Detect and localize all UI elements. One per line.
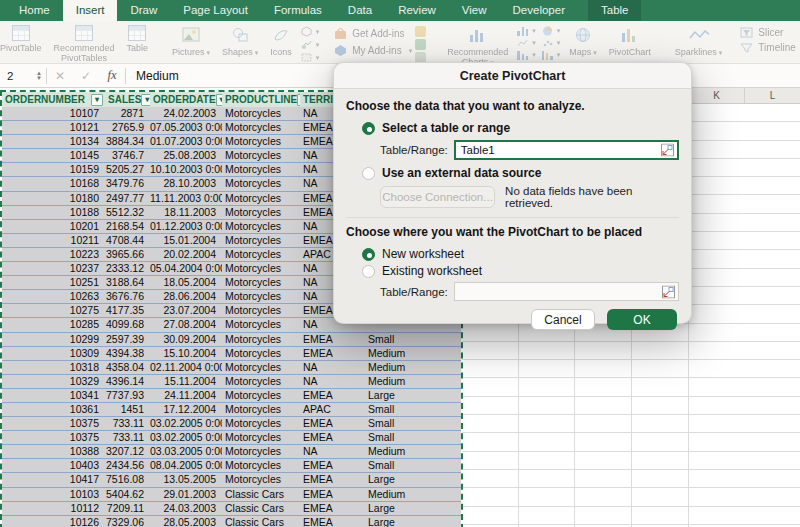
table-cell[interactable]: EMEA xyxy=(300,459,365,472)
smartart-button[interactable]: ▾ xyxy=(301,39,320,50)
tab-table-contextual[interactable]: Table xyxy=(588,0,642,21)
icons-button[interactable]: Icons xyxy=(264,24,298,58)
table-cell[interactable]: 10159 xyxy=(2,163,105,176)
table-cell[interactable]: 08.04.2005 0:00 xyxy=(150,459,222,472)
table-cell[interactable]: EMEA xyxy=(300,389,365,402)
tab-developer[interactable]: Developer xyxy=(500,0,578,21)
table-cell[interactable]: Small xyxy=(365,431,461,444)
recommended-pivottables-button[interactable]: Recommended PivotTables xyxy=(48,24,121,64)
table-cell[interactable]: 3746.7 xyxy=(105,149,150,162)
table-cell[interactable]: 18.11.2003 xyxy=(150,206,222,219)
formula-input[interactable]: Medium xyxy=(136,69,179,83)
destination-range-input[interactable] xyxy=(454,282,679,301)
table-cell[interactable]: 13.05.2005 xyxy=(150,473,222,486)
table-cell[interactable]: 4177.35 xyxy=(105,304,150,317)
table-cell[interactable]: Motorcycles xyxy=(222,121,300,134)
radio-existing-worksheet[interactable]: Existing worksheet xyxy=(346,264,679,278)
range-selector-icon[interactable] xyxy=(662,285,675,298)
table-cell[interactable]: Motorcycles xyxy=(222,473,300,486)
table-cell[interactable]: 10112 xyxy=(2,502,105,515)
tab-review[interactable]: Review xyxy=(385,0,449,21)
table-cell[interactable]: Motorcycles xyxy=(222,192,300,205)
table-cell[interactable]: 2765.9 xyxy=(105,121,150,134)
table-cell[interactable]: Motorcycles xyxy=(222,177,300,190)
table-cell[interactable]: 2168.54 xyxy=(105,220,150,233)
table-cell[interactable]: EMEA xyxy=(300,417,365,430)
table-cell[interactable]: Medium xyxy=(365,445,461,458)
table-cell[interactable]: 3188.64 xyxy=(105,276,150,289)
table-cell[interactable]: 7516.08 xyxy=(105,473,150,486)
confirm-entry-icon[interactable]: ✓ xyxy=(73,69,99,83)
radio-select-table-range[interactable]: Select a table or range xyxy=(346,121,679,135)
timeline-button[interactable]: Timeline xyxy=(740,42,795,53)
table-cell[interactable]: Large xyxy=(365,473,461,486)
shapes-button[interactable]: Shapes▾ xyxy=(216,24,264,59)
table-cell[interactable]: 10211 xyxy=(2,234,105,247)
table-cell[interactable]: 24.02.2003 xyxy=(150,107,222,120)
table-cell[interactable]: Motorcycles xyxy=(222,107,300,120)
table-cell[interactable]: 2597.39 xyxy=(105,333,150,346)
table-cell[interactable]: 24.03.2003 xyxy=(150,502,222,515)
table-cell[interactable]: Motorcycles xyxy=(222,262,300,275)
slicer-button[interactable]: Slicer xyxy=(740,27,795,38)
table-cell[interactable]: 5404.62 xyxy=(105,488,150,501)
table-cell[interactable]: 05.04.2004 0:00 xyxy=(150,262,222,275)
table-cell[interactable]: 07.05.2003 0:00 xyxy=(150,121,222,134)
table-cell[interactable]: 7329.06 xyxy=(105,516,150,527)
tab-home[interactable]: Home xyxy=(6,0,63,21)
sparklines-button[interactable]: Sparklines▾ xyxy=(669,24,729,59)
table-range-input[interactable]: Table1 xyxy=(454,140,679,160)
table-cell[interactable]: 2871 xyxy=(105,107,150,120)
table-cell[interactable]: Motorcycles xyxy=(222,347,300,360)
table-cell[interactable]: 25.08.2003 xyxy=(150,149,222,162)
table-cell[interactable]: 10388 xyxy=(2,445,105,458)
tab-data[interactable]: Data xyxy=(335,0,385,21)
table-cell[interactable]: Motorcycles xyxy=(222,276,300,289)
ok-button[interactable]: OK xyxy=(607,309,677,330)
table-cell[interactable]: 30.09.2004 xyxy=(150,333,222,346)
addin-shortcut-icon[interactable] xyxy=(415,26,426,37)
table-cell[interactable]: Classic Cars xyxy=(222,516,300,527)
table-cell[interactable]: 3884.34 xyxy=(105,135,150,148)
table-cell[interactable]: Large xyxy=(365,502,461,515)
table-cell[interactable]: APAC xyxy=(300,403,365,416)
tab-formulas[interactable]: Formulas xyxy=(261,0,335,21)
filter-dropdown-icon[interactable]: ▾ xyxy=(91,94,103,106)
tab-draw[interactable]: Draw xyxy=(117,0,170,21)
table-cell[interactable]: 10201 xyxy=(2,220,105,233)
table-cell[interactable]: 7209.11 xyxy=(105,502,150,515)
name-box[interactable]: 2 ▲▼ xyxy=(0,64,46,87)
name-box-stepper[interactable]: ▲▼ xyxy=(36,71,42,81)
table-cell[interactable]: Motorcycles xyxy=(222,149,300,162)
table-cell[interactable]: Motorcycles xyxy=(222,135,300,148)
table-cell[interactable]: 10.10.2003 0:00 xyxy=(150,163,222,176)
table-cell[interactable]: 24.11.2004 xyxy=(150,389,222,402)
table-cell[interactable]: EMEA xyxy=(300,347,365,360)
table-cell[interactable]: Motorcycles xyxy=(222,290,300,303)
table-cell[interactable]: NA xyxy=(300,445,365,458)
table-cell[interactable]: 10180 xyxy=(2,192,105,205)
table-cell[interactable]: 10309 xyxy=(2,347,105,360)
table-cell[interactable]: Motorcycles xyxy=(222,234,300,247)
table-cell[interactable]: 10107 xyxy=(2,107,105,120)
table-cell[interactable]: 01.07.2003 0:00 xyxy=(150,135,222,148)
table-cell[interactable]: 4358.04 xyxy=(105,361,150,374)
table-cell[interactable]: 15.11.2004 xyxy=(150,375,222,388)
table-cell[interactable]: 4396.14 xyxy=(105,375,150,388)
table-cell[interactable]: Motorcycles xyxy=(222,220,300,233)
table-cell[interactable]: 10145 xyxy=(2,149,105,162)
insert-function-icon[interactable]: fx xyxy=(99,68,125,83)
3d-models-button[interactable]: ▾ xyxy=(301,26,320,37)
table-cell[interactable]: 10188 xyxy=(2,206,105,219)
table-cell[interactable]: 11.11.2003 0:00 xyxy=(150,192,222,205)
table-cell[interactable]: 28.10.2003 xyxy=(150,177,222,190)
table-cell[interactable]: 27.08.2004 xyxy=(150,318,222,331)
table-cell[interactable]: Medium xyxy=(365,375,461,388)
table-cell[interactable]: Motorcycles xyxy=(222,206,300,219)
radio-selected-icon[interactable] xyxy=(362,122,375,135)
table-cell[interactable]: 29.01.2003 xyxy=(150,488,222,501)
table-cell[interactable]: Motorcycles xyxy=(222,361,300,374)
choose-connection-button[interactable]: Choose Connection... xyxy=(380,186,495,208)
table-cell[interactable]: 3479.76 xyxy=(105,177,150,190)
table-cell[interactable]: 20.02.2004 xyxy=(150,248,222,261)
